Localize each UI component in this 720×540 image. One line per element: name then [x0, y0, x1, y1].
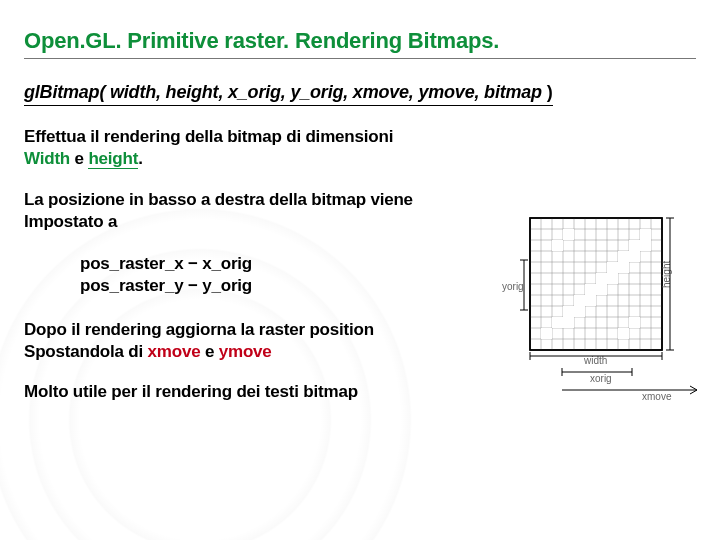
bitmap-diagram: yorig width xorig xmove height	[502, 210, 712, 420]
p1-e: e	[70, 149, 88, 168]
p3-xmove: xmove	[148, 342, 201, 361]
svg-rect-31	[552, 240, 563, 251]
p1-width: Width	[24, 149, 70, 168]
svg-rect-32	[563, 229, 574, 240]
svg-rect-36	[640, 229, 651, 240]
svg-rect-35	[541, 328, 552, 339]
p1-text: Effettua il rendering della bitmap di di…	[24, 127, 393, 146]
svg-rect-23	[552, 317, 574, 328]
svg-rect-34	[618, 328, 629, 339]
title-underline	[24, 58, 696, 59]
page-title: Open.GL. Primitive raster. Rendering Bit…	[24, 28, 696, 54]
svg-rect-25	[574, 295, 596, 306]
p2-l2: Impostato a	[24, 212, 117, 231]
sig-func: glBitmap(	[24, 82, 105, 102]
sig-close: )	[542, 82, 553, 102]
svg-rect-33	[629, 317, 640, 328]
p1-dot: .	[138, 149, 143, 168]
svg-rect-28	[607, 262, 629, 273]
p3-l1: Dopo il rendering aggiorna la raster pos…	[24, 320, 374, 339]
svg-rect-24	[563, 306, 585, 317]
p3-ymove: ymove	[219, 342, 272, 361]
svg-rect-30	[629, 240, 651, 251]
p1-height: height	[88, 149, 138, 169]
svg-rect-26	[585, 284, 607, 295]
diagram-label-xorig: xorig	[590, 373, 612, 384]
svg-rect-27	[596, 273, 618, 284]
formula-l2: pos_raster_y − y_orig	[80, 276, 252, 295]
paragraph-1: Effettua il rendering della bitmap di di…	[24, 126, 696, 170]
p3-e: e	[200, 342, 218, 361]
formula-l1: pos_raster_x − x_orig	[80, 254, 252, 273]
p2-l1: La posizione in basso a destra della bit…	[24, 190, 413, 209]
sig-args: width, height, x_orig, y_orig, xmove, ym…	[105, 82, 542, 102]
diagram-label-xmove: xmove	[642, 391, 672, 402]
diagram-label-width: width	[583, 355, 607, 366]
function-signature: glBitmap( width, height, x_orig, y_orig,…	[24, 81, 696, 106]
diagram-label-yorig: yorig	[502, 281, 524, 292]
p3-l2a: Spostandola di	[24, 342, 148, 361]
svg-rect-29	[618, 251, 640, 262]
